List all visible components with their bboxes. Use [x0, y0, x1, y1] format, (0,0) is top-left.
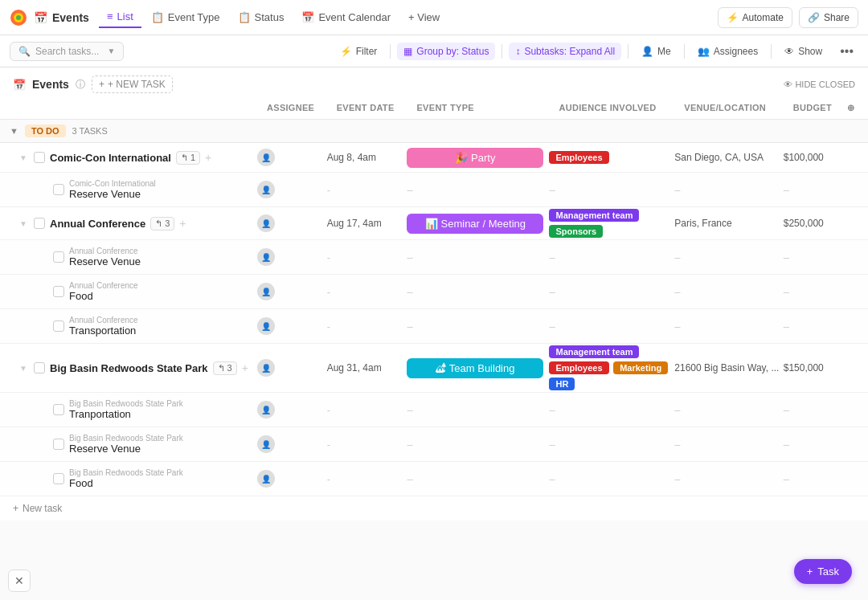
expand-icon[interactable]: ▼ — [19, 219, 29, 228]
subtask-count[interactable]: ↰3 — [150, 217, 174, 231]
automate-button[interactable]: ⚡ Automate — [718, 7, 792, 28]
event-type-cell: – — [407, 275, 549, 309]
add-task-row: + New task — [0, 496, 868, 521]
col-audience: AUDIENCE INVOLVED — [549, 96, 674, 120]
me-button[interactable]: 👤 Me — [635, 43, 678, 60]
col-event-date: EVENT DATE — [327, 96, 407, 120]
add-task-label: New task — [23, 503, 62, 514]
parent-label: Big Basin Redwoods State Park — [69, 468, 183, 477]
separator5 — [771, 44, 772, 59]
tab-event-calendar[interactable]: 📅 Event Calendar — [293, 7, 399, 27]
tab-event-type[interactable]: 📋 Event Type — [143, 7, 228, 27]
audience-cell: – — [549, 309, 674, 344]
venue-cell: Paris, France — [674, 207, 783, 240]
task-checkbox[interactable] — [53, 473, 64, 484]
avatar: 👤 — [257, 214, 275, 232]
audience-badge: Employees — [549, 151, 608, 164]
table-row: Big Basin Redwoods State Park Reserve Ve… — [0, 427, 868, 462]
add-cell — [844, 393, 868, 427]
audience-cell: Management team Employees Marketing HR — [549, 344, 674, 393]
audience-cell: Management team Sponsors — [549, 207, 674, 240]
task-checkbox[interactable] — [53, 184, 64, 195]
task-checkbox[interactable] — [53, 251, 64, 263]
venue-cell: 21600 Big Basin Way, ... — [674, 344, 783, 393]
share-button[interactable]: 🔗 Share — [799, 7, 858, 28]
subtask-icon: ↰ — [155, 218, 162, 229]
col-add[interactable]: ⊕ — [844, 96, 868, 120]
new-task-button[interactable]: + + NEW TASK — [92, 76, 173, 93]
venue-cell: – — [674, 427, 783, 462]
subtask-icon: ↰ — [218, 363, 225, 373]
assignee-cell: 👤 — [257, 344, 327, 393]
search-icon: 🔍 — [18, 46, 31, 57]
separator2 — [502, 44, 502, 59]
show-button[interactable]: 👁 Show — [778, 43, 829, 60]
event-calendar-tab-icon: 📅 — [301, 11, 314, 23]
avatar: 👤 — [257, 435, 275, 453]
add-task-button[interactable]: + New task — [13, 503, 62, 514]
col-venue: VENUE/LOCATION — [674, 96, 783, 120]
task-add-icon[interactable]: + — [242, 361, 248, 374]
task-add-icon[interactable]: + — [205, 151, 211, 164]
task-checkbox[interactable] — [53, 439, 64, 450]
parent-label: Annual Conference — [69, 316, 138, 324]
more-button[interactable]: ••• — [835, 41, 858, 62]
show-label: Show — [798, 46, 822, 57]
task-name: Annual Conference — [50, 218, 145, 230]
task-add-icon[interactable]: + — [179, 217, 186, 230]
group-by-icon: ▦ — [403, 46, 412, 57]
fab-plus-icon: + — [807, 565, 813, 578]
venue-cell: – — [674, 173, 783, 207]
nav-tabs: ≡ List 📋 Event Type 📋 Status 📅 Event Cal… — [99, 6, 448, 28]
add-icon: + — [13, 503, 18, 514]
group-by-button[interactable]: ▦ Group by: Status — [397, 43, 495, 60]
expand-icon[interactable]: ▼ — [19, 364, 29, 373]
fab-task-button[interactable]: + Task — [794, 559, 852, 584]
search-box[interactable]: 🔍 Search tasks... ▼ — [10, 42, 124, 61]
group-todo-header: ▼ TO DO 3 TASKS — [0, 120, 868, 143]
expand-icon[interactable]: ▼ — [19, 153, 29, 162]
audience-badge-sponsors: Sponsors — [549, 225, 603, 238]
event-type-cell: 📊 Seminar / Meeting — [407, 207, 549, 240]
page-header: 📅 Events ⓘ + + NEW TASK 👁 HIDE CLOSED — [0, 67, 868, 96]
subtask-count[interactable]: ↰1 — [176, 151, 200, 165]
tab-list[interactable]: ≡ List — [99, 6, 141, 28]
venue-cell: – — [674, 309, 783, 344]
hide-closed-button[interactable]: 👁 HIDE CLOSED — [784, 80, 855, 89]
group-expand-icon[interactable]: ▼ — [10, 126, 18, 136]
page-info-icon[interactable]: ⓘ — [76, 78, 85, 92]
list-tab-label: List — [117, 10, 133, 22]
status-tab-icon: 📋 — [238, 11, 251, 23]
task-checkbox[interactable] — [53, 404, 64, 415]
subtasks-button[interactable]: ↕ Subtasks: Expand All — [509, 43, 621, 60]
audience-badge-hr: HR — [549, 378, 575, 390]
task-checkbox[interactable] — [34, 152, 45, 163]
show-icon: 👁 — [784, 46, 794, 57]
col-assignee: ASSIGNEE — [257, 96, 327, 120]
assignee-cell: 👤 — [257, 309, 327, 344]
tab-add-view[interactable]: + View — [400, 7, 448, 27]
toolbar-actions: ⚡ Filter ▦ Group by: Status ↕ Subtasks: … — [334, 41, 858, 62]
task-checkbox[interactable] — [34, 362, 45, 373]
table-row: Big Basin Redwoods State Park Food 👤 - –… — [0, 462, 868, 496]
app-logo — [10, 9, 27, 27]
subtask-count[interactable]: ↰3 — [213, 361, 237, 375]
task-checkbox[interactable] — [34, 218, 45, 229]
filter-button[interactable]: ⚡ Filter — [334, 43, 384, 60]
parent-label: Comic-Con International — [69, 179, 156, 188]
share-label: Share — [824, 12, 850, 23]
task-checkbox[interactable] — [53, 286, 64, 297]
task-name: Food — [69, 477, 93, 489]
assignee-cell: 👤 — [257, 427, 327, 462]
assignees-button[interactable]: 👥 Assignees — [691, 43, 764, 60]
share-icon: 🔗 — [808, 12, 820, 23]
date-cell: - — [327, 427, 407, 462]
avatar: 👤 — [257, 401, 275, 418]
task-checkbox[interactable] — [53, 320, 64, 332]
close-popup-button[interactable]: ✕ — [8, 569, 31, 592]
close-icon: ✕ — [14, 574, 24, 587]
venue-cell: – — [674, 393, 783, 427]
table-row: Annual Conference Transportation 👤 - – –… — [0, 309, 868, 344]
task-name: Food — [69, 290, 93, 302]
tab-status[interactable]: 📋 Status — [230, 7, 293, 27]
